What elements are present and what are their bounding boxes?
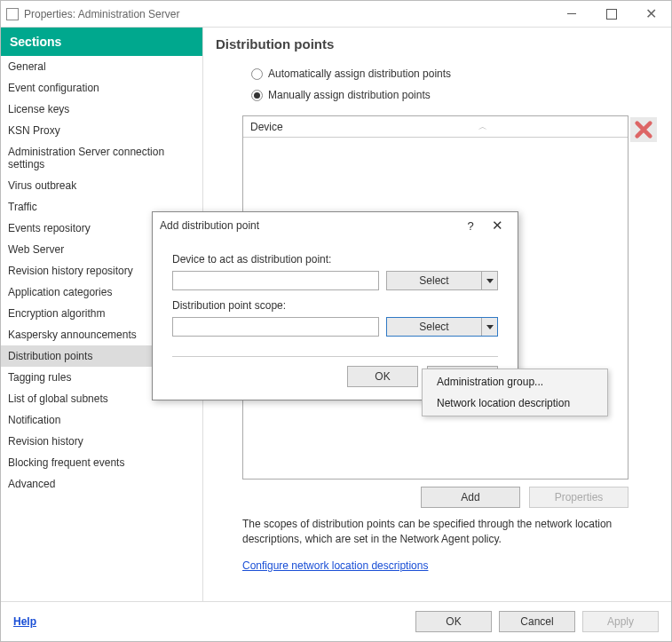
chevron-down-icon (481, 318, 497, 336)
sort-indicator-icon: ︿ (478, 121, 487, 133)
sidebar-item-event-configuration[interactable]: Event configuration (1, 77, 202, 99)
radio-auto-assign[interactable]: Automatically assign distribution points (251, 67, 659, 80)
sidebar-item-revision-history[interactable]: Revision history (1, 431, 202, 452)
window-title: Properties: Administration Server (24, 8, 551, 20)
sidebar-item-ksn-proxy[interactable]: KSN Proxy (1, 120, 202, 141)
scope-input[interactable] (172, 317, 379, 337)
radio-icon (251, 90, 263, 101)
column-device: Device (250, 121, 283, 133)
device-select-button[interactable]: Select (386, 271, 498, 290)
properties-button: Properties (529, 487, 629, 508)
help-icon[interactable]: ? (457, 219, 484, 233)
device-input[interactable] (172, 271, 379, 290)
dialog-ok-button[interactable]: OK (347, 366, 418, 387)
maximize-button[interactable] (591, 1, 631, 27)
sidebar-item-general[interactable]: General (1, 56, 202, 77)
titlebar: Properties: Administration Server ✕ (1, 1, 671, 28)
label-device: Device to act as distribution point: (172, 253, 498, 266)
sidebar-item-blocking-frequent-events[interactable]: Blocking frequent events (1, 452, 202, 473)
device-list-header[interactable]: Device ︿ (243, 116, 628, 138)
help-link[interactable]: Help (13, 615, 36, 628)
sidebar-item-license-keys[interactable]: License keys (1, 99, 202, 120)
sidebar-item-virus-outbreak[interactable]: Virus outbreak (1, 175, 202, 196)
dialog-title: Add distribution point (160, 219, 457, 232)
configure-network-link[interactable]: Configure network location descriptions (242, 559, 428, 572)
radio-manual-assign[interactable]: Manually assign distribution points (251, 89, 659, 101)
sidebar-header: Sections (1, 28, 202, 56)
remove-device-button[interactable] (630, 117, 657, 142)
dialog-titlebar: Add distribution point ? ✕ (153, 212, 518, 239)
footer: Help OK Cancel Apply (1, 601, 671, 641)
radio-label: Manually assign distribution points (268, 89, 431, 101)
dialog-close-button[interactable]: ✕ (484, 218, 510, 234)
dropdown-item-network-location[interactable]: Network location description (424, 392, 605, 414)
app-icon (6, 8, 19, 20)
sidebar-item-administration-server-connection-settings[interactable]: Administration Server connection setting… (1, 141, 202, 175)
properties-window: Properties: Administration Server ✕ Sect… (0, 0, 672, 642)
radio-icon (251, 68, 263, 80)
close-button[interactable]: ✕ (631, 1, 671, 27)
dropdown-item-admin-group[interactable]: Administration group... (424, 371, 605, 392)
radio-label: Automatically assign distribution points (268, 67, 451, 80)
apply-button: Apply (582, 611, 659, 632)
add-button[interactable]: Add (421, 487, 520, 508)
chevron-down-icon (481, 272, 497, 289)
scope-select-button[interactable]: Select (386, 317, 498, 337)
minimize-button[interactable] (551, 1, 591, 27)
page-title: Distribution points (216, 36, 659, 52)
sidebar-item-notification[interactable]: Notification (1, 409, 202, 431)
ok-button[interactable]: OK (415, 611, 492, 632)
cancel-button[interactable]: Cancel (499, 611, 575, 632)
close-icon (634, 120, 653, 139)
info-text: The scopes of distribution points can be… (242, 517, 659, 547)
label-scope: Distribution point scope: (172, 299, 498, 312)
divider (172, 356, 498, 357)
sidebar-item-advanced[interactable]: Advanced (1, 473, 202, 495)
scope-select-dropdown: Administration group... Network location… (422, 369, 608, 416)
